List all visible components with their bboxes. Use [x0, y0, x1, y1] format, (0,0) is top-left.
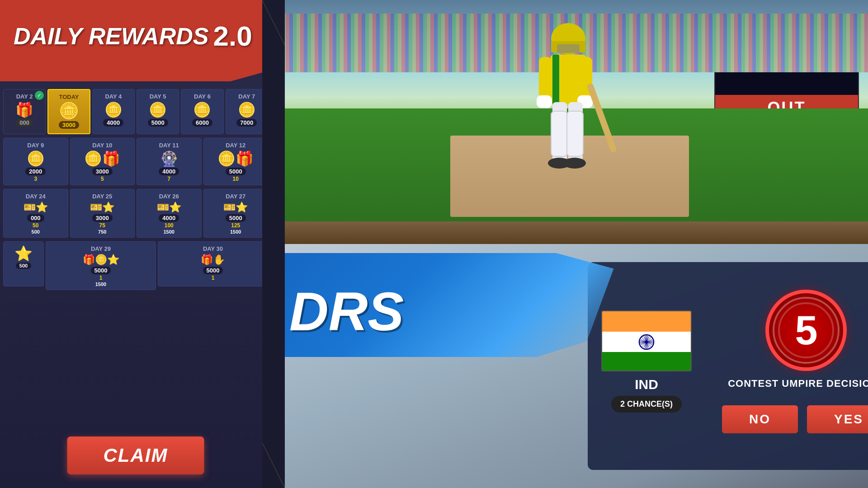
day-cell-wrapper-day5[interactable]: DAY 5 🪙 5000 [137, 89, 179, 134]
left-panel: DAILY REWARDS 2.0 ✓ DAY 2 🎁 000 TODAY 🪙 … [0, 0, 271, 488]
day4-label: DAY 4 [105, 93, 122, 100]
day11-icon: 🎡 [160, 151, 178, 166]
day27-extra2: 1500 [230, 229, 241, 235]
day29-coins: 5000 [91, 267, 111, 274]
day10-coins: 3000 [92, 168, 113, 175]
day30-coins: 5000 [203, 267, 223, 274]
day4-icon: 🪙 [104, 103, 123, 117]
day-label: DAY 2 [16, 93, 33, 100]
day-cell-wrapper-day30[interactable]: DAY 30 🎁✋ 5000 1 [158, 241, 268, 290]
day4-coins: 4000 [103, 119, 123, 127]
day11-label: DAY 11 [159, 142, 179, 149]
day28p-coins: 500 [16, 263, 31, 269]
day29-label: DAY 29 [91, 245, 111, 252]
days-row-3: DAY 24 🎫⭐ 000 50 500 DAY 25 🎫⭐ 3000 75 7… [2, 188, 269, 239]
day-cell-wrapper-day28-partial[interactable]: ⭐ 500 [3, 241, 44, 290]
day-cell-day24[interactable]: DAY 24 🎫⭐ 000 50 500 [3, 189, 68, 238]
day-cell-wrapper-today[interactable]: TODAY 🪙 3000 [47, 89, 90, 134]
day-cell-wrapper-day26[interactable]: DAY 26 🎫⭐ 4000 100 1500 [137, 189, 202, 238]
day30-label: DAY 30 [203, 245, 223, 252]
day5-label: DAY 5 [150, 93, 166, 100]
team-name: IND [635, 377, 658, 392]
claim-button[interactable]: CLAIM [67, 436, 204, 474]
svg-point-15 [563, 158, 586, 169]
day-cell-day27[interactable]: DAY 27 🎫⭐ 5000 125 1500 [203, 189, 269, 238]
day27-label: DAY 27 [226, 193, 245, 200]
day9-label: DAY 9 [27, 142, 44, 149]
yes-button[interactable]: YES [807, 405, 868, 433]
day-cell-day7[interactable]: DAY 7 🪙 7000 [226, 89, 268, 134]
day6-label: DAY 6 [194, 93, 211, 100]
day24-icon: 🎫⭐ [24, 202, 48, 212]
day-cell-wrapper-day27[interactable]: DAY 27 🎫⭐ 5000 125 1500 [203, 189, 269, 238]
day-cell-day28-partial[interactable]: ⭐ 500 [3, 241, 44, 286]
day25-extra: 75 [99, 222, 105, 229]
svg-marker-31 [262, 0, 285, 488]
day-cell-day10[interactable]: DAY 10 🪙🎁 3000 5 [70, 138, 135, 185]
day-cell-day25[interactable]: DAY 25 🎫⭐ 3000 75 750 [70, 189, 135, 238]
day25-label: DAY 25 [92, 193, 112, 200]
day-cell-day4[interactable]: DAY 4 🪙 4000 [92, 89, 135, 134]
day-cell-day11[interactable]: DAY 11 🎡 4000 7 [137, 138, 202, 185]
day11-coins: 4000 [159, 168, 179, 175]
day-coins: 000 [16, 119, 33, 127]
no-button[interactable]: NO [722, 405, 798, 433]
check-badge: ✓ [35, 91, 44, 100]
svg-rect-13 [567, 111, 583, 156]
svg-rect-4 [552, 55, 559, 104]
day-cell-day6[interactable]: DAY 6 🪙 6000 [181, 89, 223, 134]
cricket-player [498, 12, 634, 208]
day10-extra: 5 [101, 176, 104, 182]
day-cell-day2[interactable]: ✓ DAY 2 🎁 000 [3, 89, 46, 134]
day-cell-day29[interactable]: DAY 29 🎁🪙⭐ 5000 1 1500 [46, 241, 156, 290]
day-cell-wrapper-day9[interactable]: DAY 9 🪙 2000 3 [3, 138, 68, 185]
today-icon: 🪙 [59, 103, 79, 119]
day26-icon: 🎫⭐ [157, 202, 181, 212]
day27-icon: 🎫⭐ [223, 202, 248, 212]
svg-rect-9 [586, 83, 617, 153]
today-label: TODAY [59, 94, 79, 100]
today-coins: 3000 [59, 121, 79, 129]
day-cell-wrapper-day29[interactable]: DAY 29 🎁🪙⭐ 5000 1 1500 [46, 241, 156, 290]
drs-top-row: IND 2 CHANCE(S) 5 CONTEST UMPIRE DECISIO… [601, 290, 868, 433]
day12-label: DAY 12 [226, 142, 245, 149]
day-cell-wrapper-day7[interactable]: DAY 7 🪙 7000 [226, 89, 268, 134]
day30-icon: 🎁✋ [201, 255, 225, 265]
day-cell-today[interactable]: TODAY 🪙 3000 [47, 89, 90, 134]
day-cell-wrapper-day24[interactable]: DAY 24 🎫⭐ 000 50 500 [3, 189, 68, 238]
day-cell-wrapper-day11[interactable]: DAY 11 🎡 4000 7 [137, 138, 202, 185]
day27-extra: 125 [231, 222, 240, 229]
days-row-1: ✓ DAY 2 🎁 000 TODAY 🪙 3000 DAY 4 🪙 4000 [2, 88, 269, 135]
drs-title: DRS [289, 280, 404, 343]
day-cell-wrapper-day2[interactable]: ✓ DAY 2 🎁 000 [3, 89, 46, 134]
day-cell-wrapper-day25[interactable]: DAY 25 🎫⭐ 3000 75 750 [70, 189, 135, 238]
svg-rect-2 [557, 44, 580, 53]
day7-coins: 7000 [236, 119, 257, 127]
day-cell-day9[interactable]: DAY 9 🪙 2000 3 [3, 138, 68, 185]
day24-label: DAY 24 [26, 193, 46, 200]
india-flag [601, 310, 692, 371]
day24-coins: 000 [27, 214, 44, 222]
day24-extra: 50 [33, 222, 38, 229]
day10-icon: 🪙🎁 [84, 151, 120, 166]
svg-rect-12 [551, 111, 567, 156]
header-title: DAILY REWARDS [14, 24, 208, 48]
day12-icon: 🪙🎁 [217, 151, 254, 166]
day-cell-wrapper-day10[interactable]: DAY 10 🪙🎁 3000 5 [70, 138, 135, 185]
drs-panel: DRS [271, 244, 868, 488]
day26-coins: 4000 [159, 214, 179, 222]
day-cell-day5[interactable]: DAY 5 🪙 5000 [137, 89, 179, 134]
day-cell-wrapper-day12[interactable]: DAY 12 🪙🎁 5000 10 [203, 138, 269, 185]
day9-coins: 2000 [25, 168, 46, 175]
flag-green-stripe [602, 352, 691, 371]
day-cell-day30[interactable]: DAY 30 🎁✋ 5000 1 [158, 241, 268, 286]
drs-counter-value: 5 [795, 307, 817, 354]
day12-coins: 5000 [226, 168, 246, 175]
day-cell-wrapper-day6[interactable]: DAY 6 🪙 6000 [181, 89, 223, 134]
day11-extra: 7 [167, 176, 170, 182]
day-cell-day26[interactable]: DAY 26 🎫⭐ 4000 100 1500 [137, 189, 202, 238]
day-cell-day12[interactable]: DAY 12 🪙🎁 5000 10 [203, 138, 269, 185]
day12-extra: 10 [233, 176, 239, 182]
day6-icon: 🪙 [193, 103, 211, 117]
day-cell-wrapper-day4[interactable]: DAY 4 🪙 4000 [92, 89, 135, 134]
